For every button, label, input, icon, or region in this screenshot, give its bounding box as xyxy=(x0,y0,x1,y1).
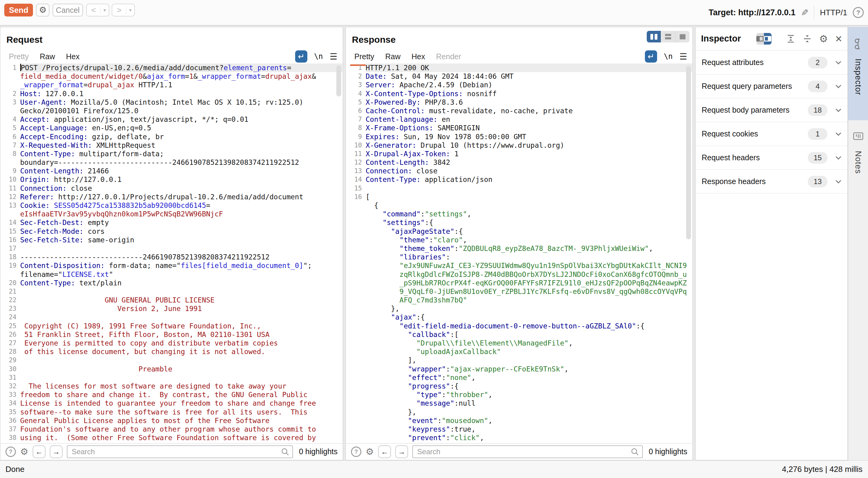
line-number: 25 xyxy=(1,322,20,330)
code-row: eIsHfaaETVr3av95yvbqQhzn0kom1P5wPcNSqB2V… xyxy=(1,210,342,218)
search-next-button[interactable]: → xyxy=(395,445,408,458)
code-line: }, xyxy=(366,304,692,313)
code-row: 33freedom to share and change it. By con… xyxy=(1,390,342,399)
line-number: 24 xyxy=(1,313,20,321)
code-line: Everyone is permitted to copy and distri… xyxy=(20,339,342,347)
help-icon[interactable]: ? xyxy=(853,7,864,18)
line-number xyxy=(1,210,20,218)
code-row: "eJx9UNFuwzAI_CE3-YZ9SUUIWdmw8Qyu1n19nSp… xyxy=(346,261,692,270)
layout-toggle xyxy=(647,31,689,42)
send-settings-button[interactable]: ⚙ xyxy=(36,4,50,17)
code-row: "Drupal\\file\\Element\\ManagedFile", xyxy=(346,339,692,347)
search-help-icon[interactable]: ? xyxy=(5,447,16,457)
code-line: Content-Disposition: form-data; name="fi… xyxy=(20,261,342,270)
newline-display-toggle[interactable]: \n xyxy=(664,52,673,61)
request-search-input[interactable] xyxy=(67,445,293,458)
code-row: 35software--to make sure the software is… xyxy=(1,408,342,416)
response-scrollbar[interactable] xyxy=(686,66,691,239)
search-next-button[interactable]: → xyxy=(50,445,63,458)
code-row: 11X-Drupal-Ajax-Token: 1 xyxy=(346,150,692,158)
response-search-bar: ? ⚙ ← → 0 highlights xyxy=(346,443,692,460)
http-version-selector[interactable]: HTTP/1 xyxy=(820,8,847,18)
inspector-section-request-cookies[interactable]: Request cookies1 xyxy=(695,122,847,146)
inspector-close-button[interactable]: × xyxy=(835,33,842,44)
chevron-down-icon xyxy=(835,180,841,183)
edit-target-icon[interactable]: ✎ xyxy=(801,7,808,18)
code-row: 29 xyxy=(1,356,342,364)
request-editor[interactable]: 1POST /Projects/drupal-10.2.6/media/add/… xyxy=(1,63,342,443)
layout-rows-button[interactable] xyxy=(661,31,675,42)
response-editor[interactable]: 1HTTP/1.1 200 OK2Date: Sat, 04 May 2024 … xyxy=(346,63,692,443)
code-row: 9_VQqLf0-JjUEwn8U1ov0EY_rZPBLJ1Yc7KLFsfq… xyxy=(346,287,692,296)
inspector-section-request-body-parameters[interactable]: Request body parameters18 xyxy=(695,98,847,122)
code-row: ], xyxy=(346,356,692,364)
dock-left-button[interactable] xyxy=(756,33,764,44)
code-row: 10X-Generator: Drupal 10 (https://www.dr… xyxy=(346,141,692,150)
line-number xyxy=(346,373,366,382)
send-button[interactable]: Send xyxy=(4,4,33,17)
menu-icon[interactable]: ☰ xyxy=(679,52,687,62)
code-line: GNU GENERAL PUBLIC LICENSE xyxy=(20,296,342,304)
newline-display-toggle[interactable]: \n xyxy=(314,52,323,61)
notes-document-icon xyxy=(852,130,864,142)
search-settings-icon[interactable]: ⚙ xyxy=(20,447,28,456)
code-row: 12Content-Length: 3842 xyxy=(346,158,692,167)
line-number xyxy=(346,322,366,330)
layout-single-button[interactable] xyxy=(675,31,689,42)
code-row: "theme":"claro", xyxy=(346,236,692,244)
status-bar: Done 4,276 bytes | 428 millis xyxy=(0,460,868,478)
chevron-down-icon[interactable]: ▾ xyxy=(126,7,134,13)
dock-right-button[interactable] xyxy=(764,33,772,44)
back-history-button[interactable]: < ▾ xyxy=(86,4,109,17)
side-tab-strip: Inspector Notes xyxy=(848,27,868,460)
expand-all-button[interactable] xyxy=(786,34,795,43)
menu-icon[interactable]: ☰ xyxy=(330,52,337,62)
layout-columns-button[interactable] xyxy=(647,31,661,42)
side-tab-inspector[interactable]: Inspector xyxy=(848,27,868,120)
search-settings-icon[interactable]: ⚙ xyxy=(366,447,374,456)
inspector-section-response-headers[interactable]: Response headers13 xyxy=(695,170,847,193)
cancel-button[interactable]: Cancel xyxy=(53,4,83,17)
code-line: AFQ_c7md3shm7bQ" xyxy=(366,296,692,304)
line-number xyxy=(346,356,366,364)
code-line: "type":"throbber", xyxy=(366,390,692,399)
chevron-down-icon[interactable]: ▾ xyxy=(101,7,108,13)
line-number: 4 xyxy=(346,89,366,98)
code-line: "command":"settings", xyxy=(366,210,692,218)
response-panel: Response Pretty Raw Hex Render ↵ \n ☰ 1H… xyxy=(345,27,693,460)
search-prev-button[interactable]: ← xyxy=(378,445,391,458)
line-number xyxy=(346,313,366,321)
code-line: Content-Type: application/json xyxy=(366,175,692,184)
code-line: field_media_document/widget/0&ajax_form=… xyxy=(20,72,342,81)
code-row: filename="LICENSE.txt" xyxy=(1,270,342,279)
side-tab-notes[interactable]: Notes xyxy=(848,120,868,209)
inspector-panel: Inspector ⚙ × Request attributes2Request… xyxy=(695,27,848,460)
line-number: 8 xyxy=(1,150,20,158)
request-scrollbar[interactable] xyxy=(336,65,341,96)
inspector-section-request-headers[interactable]: Request headers15 xyxy=(695,146,847,170)
inspector-section-request-query-parameters[interactable]: Request query parameters4 xyxy=(695,74,847,98)
collapse-all-button[interactable] xyxy=(803,34,812,43)
code-row: "edit-field-media-document-0-remove-butt… xyxy=(346,322,692,330)
line-number: 17 xyxy=(1,244,20,253)
line-number xyxy=(346,330,366,339)
word-wrap-toggle[interactable]: ↵ xyxy=(645,50,657,63)
line-number xyxy=(346,296,366,304)
inspector-settings-button[interactable]: ⚙ xyxy=(819,34,828,43)
forward-history-button[interactable]: > ▾ xyxy=(112,4,135,17)
code-line: Preamble xyxy=(20,365,342,373)
section-label: Request attributes xyxy=(702,58,808,67)
word-wrap-toggle[interactable]: ↵ xyxy=(295,50,307,63)
line-number xyxy=(346,270,366,279)
code-row: 7Content-language: en xyxy=(346,115,692,124)
code-row: 2Host: 127.0.0.1 xyxy=(1,89,342,98)
line-number xyxy=(346,201,366,210)
response-search-input[interactable] xyxy=(412,445,643,458)
code-line: Foundation's software and to any other p… xyxy=(20,425,342,434)
search-help-icon[interactable]: ? xyxy=(351,447,361,457)
code-line: "keypress":true, xyxy=(366,425,692,434)
inspector-section-request-attributes[interactable]: Request attributes2 xyxy=(695,51,847,74)
code-row: }, xyxy=(346,304,692,313)
line-number: 15 xyxy=(346,184,366,192)
search-prev-button[interactable]: ← xyxy=(33,445,45,458)
